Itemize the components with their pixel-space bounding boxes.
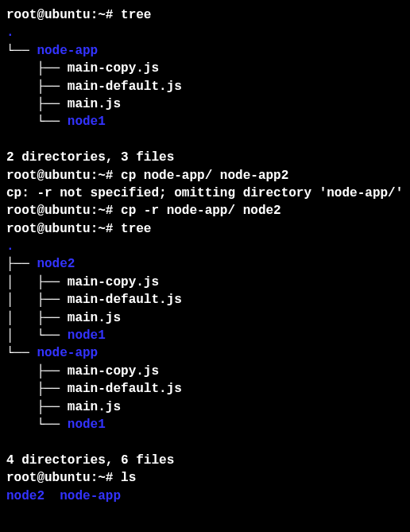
tree-char <box>6 382 37 396</box>
tree1-file1: ├── main-copy.js <box>6 60 404 77</box>
tree-char <box>6 61 37 76</box>
command-cp-r: cp -r node-app/ node2 <box>121 204 281 218</box>
prompt-sep: : <box>91 169 99 183</box>
prompt-symbol: # <box>106 471 121 485</box>
dir-node-app: node-app <box>37 44 98 58</box>
file-main-copy: main-copy.js <box>68 275 159 289</box>
tree2-file3: │ ├── main.js <box>6 309 404 327</box>
prompt-path: ~ <box>98 222 106 236</box>
tree2-file4: ├── main-copy.js <box>6 363 404 380</box>
tree-char: │ <box>6 293 37 307</box>
prompt-symbol: # <box>106 204 121 218</box>
prompt-user: root@ubuntu <box>6 204 91 218</box>
tree-dot: . <box>6 239 14 254</box>
prompt-line-1[interactable]: root@ubuntu:~# tree <box>6 6 404 24</box>
tree-char: ├── <box>37 382 67 396</box>
prompt-path: ~ <box>98 204 106 218</box>
tree-char <box>6 400 37 414</box>
dir-node2: node2 <box>37 257 75 271</box>
prompt-sep: : <box>91 8 99 22</box>
command-ls: ls <box>121 471 136 485</box>
ls-item-node2: node2 <box>6 489 44 503</box>
tree-char <box>6 97 37 111</box>
tree-char: │ <box>6 275 37 289</box>
prompt-line-2[interactable]: root@ubuntu:~# cp node-app/ node-app2 <box>6 167 404 184</box>
tree-char: └── <box>37 328 67 343</box>
dir-node1: node1 <box>68 115 106 129</box>
tree-char: ├── <box>37 400 67 414</box>
file-main-default: main-default.js <box>68 80 182 94</box>
prompt-user: root@ubuntu <box>6 169 91 183</box>
file-main-default: main-default.js <box>68 382 182 396</box>
tree-char <box>6 80 37 94</box>
prompt-user: root@ubuntu <box>6 8 91 22</box>
tree-char: └── <box>37 417 67 432</box>
prompt-line-4[interactable]: root@ubuntu:~# tree <box>6 220 404 238</box>
tree-char: ├── <box>6 257 37 271</box>
tree2-file2: │ ├── main-default.js <box>6 291 404 309</box>
cp-error: cp: -r not specified; omitting directory… <box>6 184 404 202</box>
prompt-path: ~ <box>98 8 106 22</box>
tree1-root: . <box>6 24 404 41</box>
command-tree-1: tree <box>121 8 151 22</box>
ls-item-node-app: node-app <box>60 489 121 503</box>
prompt-path: ~ <box>98 169 106 183</box>
tree2-root: . <box>6 238 404 255</box>
tree-char: ├── <box>37 61 67 76</box>
command-tree-2: tree <box>121 222 151 236</box>
blank-line <box>6 131 404 149</box>
tree2-dir1: ├── node2 <box>6 255 404 273</box>
prompt-line-5[interactable]: root@ubuntu:~# ls <box>6 469 404 487</box>
tree2-file6: ├── main.js <box>6 398 404 416</box>
dir-node1: node1 <box>68 417 106 432</box>
file-main: main.js <box>68 400 121 414</box>
tree-char: │ <box>6 328 37 343</box>
tree2-file1: │ ├── main-copy.js <box>6 274 404 291</box>
file-main-copy: main-copy.js <box>68 364 159 379</box>
ls-output: node2 node-app <box>6 487 404 505</box>
prompt-symbol: # <box>106 8 121 22</box>
tree2-dir4: └── node1 <box>6 416 404 433</box>
dir-node-app: node-app <box>37 346 98 360</box>
tree-char: ├── <box>37 275 67 289</box>
tree2-summary: 4 directories, 6 files <box>6 452 404 469</box>
tree-char: ├── <box>37 293 67 307</box>
file-main: main.js <box>68 311 121 325</box>
tree-char <box>6 417 37 432</box>
tree-char: │ <box>6 311 37 325</box>
tree-char: ├── <box>37 97 67 111</box>
prompt-sep: : <box>91 471 99 485</box>
dir-node1: node1 <box>68 328 106 343</box>
tree1-file2: ├── main-default.js <box>6 78 404 95</box>
tree-char <box>6 364 37 379</box>
prompt-path: ~ <box>98 471 106 485</box>
prompt-sep: : <box>91 222 99 236</box>
tree-char: └── <box>6 346 37 360</box>
tree-char: ├── <box>37 311 67 325</box>
file-main-default: main-default.js <box>68 293 182 307</box>
tree2-dir2: │ └── node1 <box>6 327 404 344</box>
blank-line <box>6 433 404 451</box>
tree1-dir2: └── node1 <box>6 113 404 130</box>
file-main: main.js <box>68 97 121 111</box>
tree-char <box>6 115 37 129</box>
tree-dot: . <box>6 25 14 40</box>
prompt-symbol: # <box>106 222 121 236</box>
prompt-user: root@ubuntu <box>6 222 91 236</box>
tree2-file5: ├── main-default.js <box>6 380 404 398</box>
tree-char: └── <box>6 44 37 58</box>
prompt-user: root@ubuntu <box>6 471 91 485</box>
prompt-sep: : <box>91 204 99 218</box>
tree-char: ├── <box>37 364 67 379</box>
tree1-summary: 2 directories, 3 files <box>6 149 404 166</box>
prompt-symbol: # <box>106 169 121 183</box>
tree-char: ├── <box>37 80 67 94</box>
tree2-dir3: └── node-app <box>6 344 404 362</box>
tree1-dir1: └── node-app <box>6 42 404 60</box>
tree-char: └── <box>37 115 67 129</box>
prompt-line-3[interactable]: root@ubuntu:~# cp -r node-app/ node2 <box>6 202 404 219</box>
file-main-copy: main-copy.js <box>68 61 159 76</box>
tree1-file3: ├── main.js <box>6 95 404 113</box>
command-cp-1: cp node-app/ node-app2 <box>121 169 288 183</box>
